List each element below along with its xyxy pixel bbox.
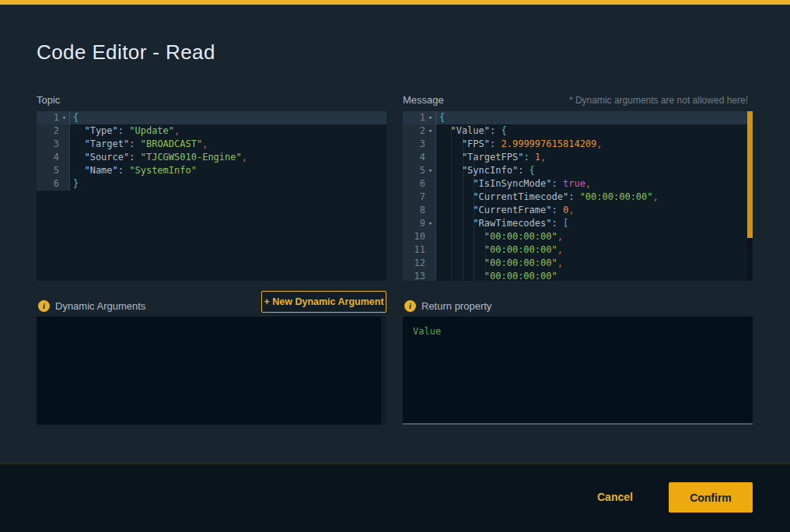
- line-number-gutter[interactable]: 8: [403, 204, 436, 217]
- fold-arrow-icon[interactable]: ▾: [59, 111, 69, 124]
- code-line: 10 "00:00:00:00",: [403, 230, 753, 243]
- page-title: Code Editor - Read: [37, 40, 215, 65]
- topic-code-editor[interactable]: 1▾{2 "Type": "Update",3 "Target": "BROAD…: [37, 111, 386, 281]
- code-line: 3 "Target": "BROADCAST",: [37, 138, 386, 151]
- code-text: "Source": "TJCGWS010-Engine",: [70, 151, 386, 164]
- code-line: 1▾{: [37, 111, 386, 124]
- code-text: "TargetFPS": 1,: [436, 151, 753, 164]
- scrollbar-thumb[interactable]: [747, 111, 753, 238]
- code-line: 11 "00:00:00:00",: [403, 243, 753, 257]
- code-line: 4 "Source": "TJCGWS010-Engine",: [37, 151, 386, 164]
- message-code-editor[interactable]: 1▾{2▾ "Value": {3 "FPS": 2.9999976158142…: [403, 111, 753, 281]
- code-text: "CurrentTimecode": "00:00:00:00",: [436, 191, 753, 204]
- dynamic-arguments-note: * Dynamic arguments are not allowed here…: [403, 95, 748, 106]
- topic-label: Topic: [37, 94, 60, 106]
- code-text: "Value": {: [436, 124, 753, 138]
- code-text: "CurrentFrame": 0,: [436, 204, 753, 217]
- code-text: "RawTimecodes": [: [436, 217, 753, 230]
- return-property-label: Return property: [421, 300, 491, 312]
- info-icon: i: [404, 300, 416, 312]
- line-number-gutter[interactable]: 2: [37, 124, 70, 138]
- fold-arrow-icon[interactable]: ▾: [425, 111, 435, 124]
- accent-topbar: [0, 0, 790, 5]
- cancel-button[interactable]: Cancel: [588, 485, 642, 509]
- line-number-gutter[interactable]: 5▾: [403, 164, 436, 177]
- code-text: "00:00:00:00",: [436, 243, 753, 257]
- info-icon: i: [38, 300, 50, 312]
- code-text: }: [70, 177, 386, 191]
- line-number-gutter[interactable]: 13: [403, 270, 436, 281]
- code-line: 13 "00:00:00:00": [403, 270, 753, 281]
- code-line: 2▾ "Value": {: [403, 124, 753, 138]
- indent-guide: [474, 124, 474, 281]
- code-line: 1▾{: [403, 111, 753, 124]
- line-number-gutter[interactable]: 9▾: [403, 217, 436, 230]
- line-number-gutter[interactable]: 1▾: [403, 111, 436, 124]
- code-line: 6}: [37, 177, 386, 191]
- line-number-gutter[interactable]: 3: [37, 138, 70, 151]
- panel-scrollbar-track: [381, 317, 386, 425]
- line-number-gutter[interactable]: 10: [403, 230, 436, 243]
- line-number-gutter[interactable]: 3: [403, 138, 436, 151]
- code-text: "00:00:00:00": [436, 270, 753, 281]
- code-text: "FPS": 2.999997615814209,: [436, 138, 753, 151]
- dynamic-arguments-panel[interactable]: [37, 317, 386, 425]
- code-line: 8 "CurrentFrame": 0,: [403, 204, 753, 217]
- code-line: 9▾ "RawTimecodes": [: [403, 217, 753, 230]
- line-number-gutter[interactable]: 6: [37, 177, 70, 191]
- code-text: "Type": "Update",: [70, 124, 386, 138]
- code-line: 6 "IsInSyncMode": true,: [403, 177, 753, 191]
- line-number-gutter[interactable]: 11: [403, 243, 436, 257]
- code-line: 7 "CurrentTimecode": "00:00:00:00",: [403, 191, 753, 204]
- return-property-input[interactable]: Value: [403, 317, 753, 425]
- line-number-gutter[interactable]: 6: [403, 177, 436, 191]
- code-text: "IsInSyncMode": true,: [436, 177, 753, 191]
- indent-guide: [451, 124, 452, 281]
- code-text: "00:00:00:00",: [436, 257, 753, 270]
- confirm-button[interactable]: Confirm: [669, 482, 753, 513]
- code-text: "SyncInfo": {: [436, 164, 753, 177]
- new-dynamic-argument-button[interactable]: + New Dynamic Argument: [261, 291, 386, 313]
- code-text: "Target": "BROADCAST",: [70, 138, 386, 151]
- line-number-gutter[interactable]: 5: [37, 164, 70, 177]
- code-text: "00:00:00:00",: [436, 230, 753, 243]
- fold-arrow-icon[interactable]: ▾: [425, 164, 435, 177]
- code-line: 2 "Type": "Update",: [37, 124, 386, 138]
- code-line: 5 "Name": "SystemInfo": [37, 164, 386, 177]
- code-line: 3 "FPS": 2.999997615814209,: [403, 138, 753, 151]
- code-text: {: [436, 111, 753, 124]
- fold-arrow-icon[interactable]: ▾: [425, 124, 435, 138]
- line-number-gutter[interactable]: 1▾: [37, 111, 70, 124]
- line-number-gutter[interactable]: 4: [403, 151, 436, 164]
- code-line: 4 "TargetFPS": 1,: [403, 151, 753, 164]
- line-number-gutter[interactable]: 12: [403, 257, 436, 270]
- message-scrollbar[interactable]: [747, 111, 753, 281]
- indent-guide: [463, 124, 463, 281]
- code-text: {: [70, 111, 386, 124]
- return-property-value: Value: [413, 326, 441, 337]
- code-line: 12 "00:00:00:00",: [403, 257, 753, 270]
- code-text: "Name": "SystemInfo": [70, 164, 386, 177]
- fold-arrow-icon[interactable]: ▾: [425, 217, 435, 230]
- line-number-gutter[interactable]: 4: [37, 151, 70, 164]
- indent-guide: [485, 124, 486, 281]
- dynamic-arguments-label: Dynamic Arguments: [55, 300, 145, 312]
- line-number-gutter[interactable]: 2▾: [403, 124, 436, 138]
- code-line: 5▾ "SyncInfo": {: [403, 164, 753, 177]
- line-number-gutter[interactable]: 7: [403, 191, 436, 204]
